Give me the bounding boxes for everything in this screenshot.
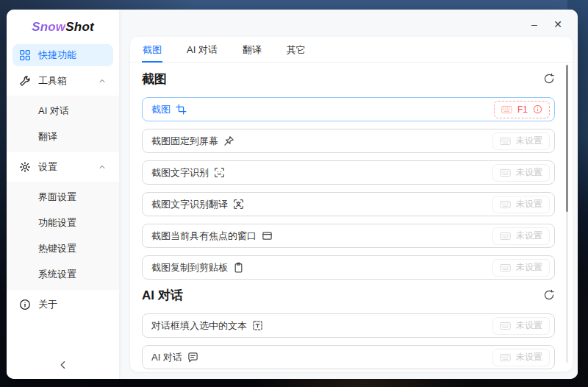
keyboard-icon — [500, 263, 511, 272]
unset-badge-text: 未设置 — [516, 261, 542, 274]
sidebar-item-label: 界面设置 — [38, 191, 76, 204]
hotkey-row-copy-to-clipboard[interactable]: 截图复制到剪贴板未设置 — [142, 255, 555, 280]
hotkey-row-focused-window[interactable]: 截图当前具有焦点的窗口未设置 — [142, 224, 555, 248]
main-panel: –✕ 截图AI 对话翻译其它 截图截图F1截图固定到屏幕未设置截图文字识别未设置… — [119, 10, 578, 379]
hotkey-row-label: AI 对话 — [151, 351, 198, 364]
info-icon — [19, 299, 31, 310]
hotkey-row-label: 截图文字识别翻译 — [151, 198, 244, 211]
sidebar-item-toolbox[interactable]: 工具箱 — [12, 70, 113, 92]
tab-other[interactable]: 其它 — [286, 42, 306, 63]
unset-badge[interactable]: 未设置 — [492, 196, 550, 213]
keyboard-icon — [500, 232, 511, 241]
hotkey-label-text: 截图文字识别翻译 — [151, 198, 228, 211]
tool-icon — [19, 75, 31, 87]
sidebar-item-system-settings[interactable]: 系统设置 — [12, 263, 113, 285]
hotkey-label-text: AI 对话 — [151, 351, 182, 364]
sidebar-item-hotkey-settings[interactable]: 热键设置 — [12, 238, 113, 260]
chat-icon — [187, 352, 198, 363]
ocr-icon — [214, 167, 225, 178]
keyboard-icon — [500, 353, 511, 362]
hotkey-row-ocr[interactable]: 截图文字识别未设置 — [142, 160, 555, 185]
close-icon: ✕ — [553, 18, 562, 30]
logo-shot: Shot — [65, 20, 94, 34]
crop-icon — [176, 104, 187, 115]
hotkey-label-text: 对话框填入选中的文本 — [151, 319, 247, 333]
sidebar-collapse-button[interactable] — [7, 358, 119, 372]
unset-badge[interactable]: 未设置 — [492, 164, 550, 182]
unset-badge[interactable]: 未设置 — [492, 227, 550, 245]
scrollbar-thumb[interactable] — [566, 65, 568, 212]
hotkey-row-ai-chat[interactable]: AI 对话未设置 — [142, 345, 555, 369]
hotkey-row-fill-selected-text[interactable]: 对话框填入选中的文本未设置 — [142, 313, 555, 338]
unset-badge-text: 未设置 — [516, 135, 542, 147]
hotkey-key: F1 — [517, 104, 528, 115]
sidebar-item-label: 热键设置 — [38, 242, 76, 255]
unset-badge[interactable]: 未设置 — [492, 349, 550, 366]
hotkey-badge[interactable]: F1 — [494, 101, 550, 118]
hotkeys-card: 截图AI 对话翻译其它 截图截图F1截图固定到屏幕未设置截图文字识别未设置截图文… — [130, 37, 573, 372]
unset-badge[interactable]: 未设置 — [492, 317, 550, 335]
section-title: 截图 — [142, 71, 167, 88]
section-header-screenshot: 截图 — [142, 71, 555, 87]
sidebar-item-label: 工具箱 — [38, 74, 67, 88]
minimize-button[interactable]: – — [525, 16, 544, 32]
info-circle-icon[interactable] — [533, 104, 542, 114]
section-header-ai-chat: AI 对话 — [142, 287, 555, 303]
sidebar-item-quick-actions[interactable]: 快捷功能 — [12, 44, 113, 66]
unset-badge-text: 未设置 — [516, 319, 542, 332]
hotkey-label-text: 截图固定到屏幕 — [151, 135, 218, 148]
hotkey-row-label: 截图当前具有焦点的窗口 — [151, 230, 273, 243]
sidebar-item-about[interactable]: 关于 — [12, 294, 113, 316]
unset-badge-text: 未设置 — [516, 198, 542, 210]
sidebar-item-label: 系统设置 — [38, 268, 76, 281]
gear-icon — [19, 161, 31, 173]
window-icon — [262, 230, 273, 241]
hotkey-row-ocr-translate[interactable]: 截图文字识别翻译未设置 — [142, 192, 555, 216]
minimize-icon: – — [531, 18, 537, 30]
hotkey-row-fix-to-screen[interactable]: 截图固定到屏幕未设置 — [142, 129, 555, 153]
scrollbar-track[interactable] — [566, 65, 568, 363]
tab-ai-chat[interactable]: AI 对话 — [186, 42, 218, 63]
sidebar-item-translate[interactable]: 翻译 — [12, 126, 113, 148]
clipboard-icon — [233, 262, 244, 273]
sidebar-item-ui-settings[interactable]: 界面设置 — [12, 186, 113, 208]
hotkey-label-text: 截图 — [151, 103, 171, 116]
close-button[interactable]: ✕ — [548, 16, 567, 32]
sidebar-item-label: AI 对话 — [38, 104, 69, 118]
sidebar-item-label: 快捷功能 — [38, 49, 76, 62]
sidebar: SnowShot 快捷功能工具箱AI 对话翻译设置界面设置功能设置热键设置系统设… — [7, 10, 119, 379]
hotkey-label-text: 截图复制到剪贴板 — [151, 261, 228, 274]
ocr-translate-icon — [233, 199, 244, 210]
tab-screenshot[interactable]: 截图 — [142, 42, 162, 63]
sidebar-item-label: 功能设置 — [38, 216, 76, 230]
keyboard-icon — [500, 168, 511, 177]
hotkey-label-text: 截图当前具有焦点的窗口 — [151, 230, 257, 243]
hotkey-row-screenshot[interactable]: 截图F1 — [142, 97, 555, 121]
hotkey-row-label: 截图复制到剪贴板 — [151, 261, 244, 274]
sync-icon[interactable] — [543, 73, 555, 85]
unset-badge[interactable]: 未设置 — [492, 132, 550, 150]
tab-bar: 截图AI 对话翻译其它 — [130, 37, 573, 63]
tab-translate[interactable]: 翻译 — [242, 42, 262, 63]
sidebar-item-function-settings[interactable]: 功能设置 — [12, 212, 113, 234]
unset-badge-text: 未设置 — [516, 166, 542, 179]
hotkey-row-label: 对话框填入选中的文本 — [151, 319, 263, 333]
keyboard-icon — [500, 200, 511, 209]
sidebar-item-settings[interactable]: 设置 — [12, 156, 113, 178]
keyboard-icon — [500, 137, 511, 146]
sidebar-item-ai-chat[interactable]: AI 对话 — [12, 100, 113, 122]
sidebar-subgroup-settings: 界面设置功能设置热键设置系统设置 — [7, 182, 119, 290]
sidebar-item-label: 翻译 — [38, 130, 57, 143]
pin-icon — [223, 135, 234, 146]
sidebar-item-label: 关于 — [38, 298, 57, 311]
hotkey-sections: 截图截图F1截图固定到屏幕未设置截图文字识别未设置截图文字识别翻译未设置截图当前… — [130, 63, 573, 369]
sidebar-item-label: 设置 — [38, 160, 57, 174]
snowshot-settings-window: SnowShot 快捷功能工具箱AI 对话翻译设置界面设置功能设置热键设置系统设… — [7, 10, 578, 379]
window-controls: –✕ — [525, 16, 567, 32]
hotkey-label-text: 截图文字识别 — [151, 166, 209, 180]
unset-badge-text: 未设置 — [516, 351, 542, 363]
hotkey-row-label: 截图文字识别 — [151, 166, 225, 180]
sync-icon[interactable] — [543, 289, 555, 301]
unset-badge[interactable]: 未设置 — [492, 259, 550, 277]
keyboard-icon — [500, 322, 511, 330]
